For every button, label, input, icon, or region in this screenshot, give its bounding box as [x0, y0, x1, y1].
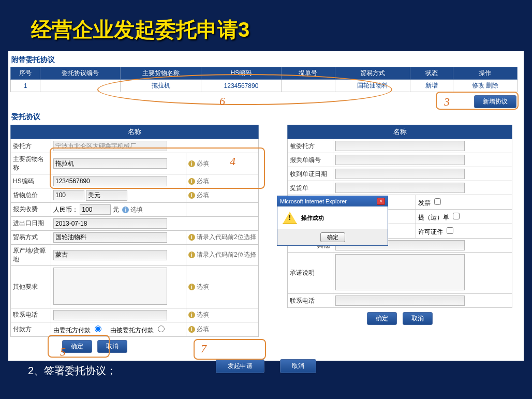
- hint-optional: 选填: [197, 311, 209, 318]
- info-icon: i: [188, 192, 195, 199]
- add-protocol-button[interactable]: 新增协议: [474, 95, 516, 108]
- th-bill: 提单号: [282, 67, 335, 80]
- lbl-promise: 承诺说明: [288, 253, 333, 294]
- hint-optional: 选填: [130, 206, 143, 213]
- info-icon: i: [188, 284, 195, 290]
- delete-link[interactable]: 删除: [486, 82, 498, 89]
- recvdate-input[interactable]: [335, 169, 465, 179]
- lbl-total: 货物总价: [11, 188, 51, 203]
- annotation-4: 4: [230, 155, 235, 168]
- trade-input[interactable]: [53, 232, 167, 243]
- cell-protono: [40, 80, 120, 92]
- goods-input[interactable]: [53, 158, 167, 169]
- info-icon: i: [188, 252, 195, 258]
- lbl-entrust: 委托方: [11, 139, 51, 153]
- ie-dialog: Microsoft Internet Explorer × 操作成功 确定: [277, 196, 388, 246]
- cb-3b[interactable]: [447, 227, 453, 234]
- fee-prefix: 人民币：: [53, 206, 78, 213]
- cb-2b-label: 提（运）单: [418, 214, 449, 221]
- currency-input[interactable]: [86, 190, 127, 201]
- lbl-goods: 主要货物名称: [11, 153, 51, 174]
- table-row: 1 拖拉机 1234567890 国轮油物料 新增 修改 删除: [11, 80, 518, 92]
- right-cancel-button[interactable]: 取消: [403, 312, 433, 325]
- slide-title: 经营企业发起委托申请3: [0, 0, 532, 47]
- right-header: 名称: [288, 125, 512, 139]
- fee-input[interactable]: [80, 204, 111, 215]
- hint-code2: 请录入代码前2位选择: [197, 233, 256, 241]
- right-ok-button[interactable]: 确定: [367, 312, 397, 325]
- cell-goods: 拖拉机: [121, 80, 201, 92]
- lbl-pickup: 提货单: [288, 181, 333, 195]
- left-cancel-button[interactable]: 取消: [97, 340, 127, 353]
- cb-2b[interactable]: [453, 213, 460, 219]
- left-ok-button[interactable]: 确定: [62, 340, 92, 353]
- lbl-declno: 报关单编号: [288, 153, 333, 167]
- pay-opt2-label: 由被委托方付款: [110, 327, 154, 334]
- lbl-origin: 原产地/货源地: [11, 244, 51, 265]
- cell-status: 新增: [410, 80, 453, 92]
- dialog-title-text: Microsoft Internet Explorer: [280, 198, 347, 204]
- th-status: 状态: [410, 67, 453, 80]
- submit-button[interactable]: 发起申请: [216, 359, 264, 373]
- other-textarea[interactable]: [53, 268, 167, 305]
- th-op: 操作: [453, 67, 517, 80]
- hint-required: 必填: [197, 178, 209, 185]
- th-hs: HS编码: [201, 67, 281, 80]
- pay-opt1-radio[interactable]: [95, 326, 101, 332]
- cb-1b[interactable]: [434, 198, 441, 205]
- hint-required: 必填: [197, 191, 209, 199]
- annotation-7: 7: [201, 342, 206, 356]
- cb-3b-label: 许可证件: [418, 228, 443, 235]
- cell-trade: 国轮油物料: [335, 80, 410, 92]
- lbl-date: 进出口日期: [11, 216, 51, 230]
- warning-icon: [283, 212, 297, 224]
- cell-bill: [282, 80, 335, 92]
- hint-required: 必填: [197, 326, 209, 333]
- annotation-5: 5: [60, 345, 66, 359]
- bottom-cancel-button[interactable]: 取消: [280, 359, 316, 373]
- cell-hs: 1234567890: [201, 80, 281, 92]
- info-icon: i: [188, 234, 195, 241]
- left-header: 名称: [11, 125, 259, 139]
- dialog-message: 操作成功: [301, 214, 324, 222]
- date-input[interactable]: [53, 218, 167, 229]
- promise-textarea[interactable]: [335, 254, 465, 290]
- lbl-other: 其他要求: [11, 265, 51, 308]
- right-phone-input[interactable]: [335, 295, 465, 306]
- phone-input[interactable]: [53, 310, 167, 320]
- beientrust-input[interactable]: [335, 141, 465, 151]
- info-icon: i: [188, 178, 195, 185]
- protocol-table: 序号 委托协议编号 主要货物名称 HS编码 提单号 贸易方式 状态 操作 1 拖…: [10, 67, 518, 92]
- pay-opt1-label: 由委托方付款: [53, 327, 91, 334]
- cb-1b-label: 发票: [418, 199, 431, 206]
- declno-input[interactable]: [335, 155, 465, 165]
- th-goods: 主要货物名称: [121, 67, 201, 80]
- lbl-hs: HS编码: [11, 174, 51, 188]
- th-seq: 序号: [11, 67, 40, 80]
- section-protocol-label: 委托协议: [11, 112, 524, 122]
- entrust-party-input: [53, 141, 167, 151]
- form-area: 附带委托协议 序号 委托协议编号 主要货物名称 HS编码 提单号 贸易方式 状态…: [8, 51, 524, 361]
- info-icon: i: [188, 312, 195, 318]
- info-icon: i: [188, 160, 195, 167]
- hs-input[interactable]: [53, 176, 167, 186]
- cell-seq: 1: [11, 80, 40, 92]
- lbl-recvdate: 收到单证日期: [288, 167, 333, 181]
- pickup-input[interactable]: [335, 183, 465, 193]
- lbl-phone: 联系电话: [11, 308, 51, 322]
- lbl-pay: 付款方: [11, 322, 51, 336]
- annotation-6: 6: [219, 95, 225, 108]
- lbl-right-phone: 联系电话: [288, 294, 333, 308]
- total-input[interactable]: [53, 190, 84, 200]
- dialog-ok-button[interactable]: 确定: [320, 232, 345, 242]
- hint-optional: 选填: [197, 283, 209, 290]
- info-icon: i: [122, 206, 129, 213]
- origin-input[interactable]: [53, 250, 167, 260]
- annotation-3: 3: [444, 95, 450, 109]
- dialog-close-button[interactable]: ×: [377, 198, 385, 205]
- section-attached-label: 附带委托协议: [11, 55, 524, 65]
- pay-opt2-radio[interactable]: [158, 326, 165, 332]
- fee-unit: 元: [113, 206, 119, 213]
- lbl-fee: 报关收费: [11, 202, 51, 216]
- edit-link[interactable]: 修改: [472, 82, 484, 89]
